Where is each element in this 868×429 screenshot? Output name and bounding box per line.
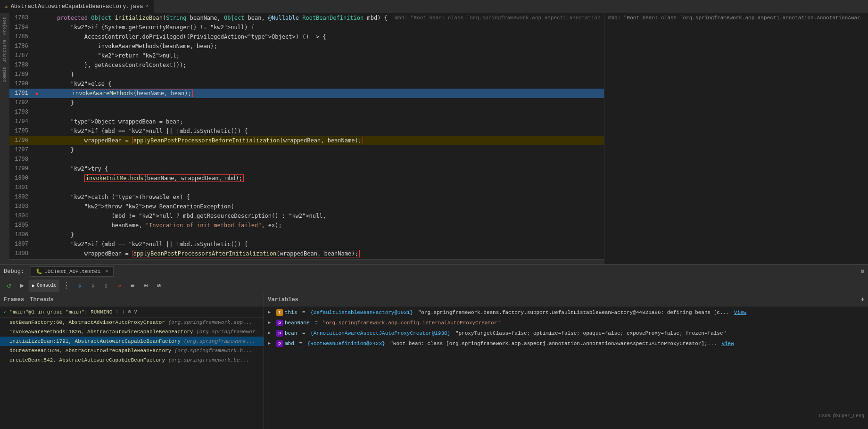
hint-cell: [388, 117, 604, 126]
frame-method: initializeBean:1791, AbstractAutowireCap…: [9, 338, 184, 344]
variable-row-beanname[interactable]: ▶ p beanName = "org.springframework.aop.…: [264, 318, 868, 328]
variable-row-mbd[interactable]: ▶ p mbd = {RootBeanDefinition@2423} "Roo…: [264, 338, 868, 349]
frame-item[interactable]: invokeAwareMethods:1826, AbstractAutowir…: [0, 327, 264, 337]
gutter-cell: [32, 155, 41, 164]
code-cell: "kw2">catch ("type">Throwable ex) {: [41, 192, 388, 202]
tab-close-button[interactable]: ×: [146, 4, 149, 9]
add-watch-button[interactable]: +: [861, 297, 864, 303]
code-cell: "kw2">return "kw2">null;: [41, 51, 388, 60]
frame-item-active[interactable]: initializeBean:1791, AbstractAutowireCap…: [0, 337, 264, 346]
step-into-button[interactable]: ⇩: [74, 280, 86, 292]
gutter-cell: [32, 32, 41, 41]
debug-label: Debug:: [4, 268, 24, 275]
gutter-cell: [32, 23, 41, 32]
hint-cell: [388, 221, 604, 230]
code-cell: [41, 107, 388, 117]
hint-cell: [388, 183, 604, 192]
hint-text: mbd: "Root bean: class [org.springframew…: [608, 15, 864, 21]
gutter-cell: [32, 107, 41, 117]
trace-button[interactable]: ≋: [153, 280, 165, 292]
view-link-this[interactable]: View: [734, 307, 746, 318]
var-eq: =: [299, 307, 308, 318]
step-out-button[interactable]: ⇧: [100, 280, 112, 292]
hint-cell: [388, 89, 604, 98]
hint-cell: mbd: "Root bean: class [org.springframew…: [388, 13, 604, 23]
horizontal-scrollbar[interactable]: [9, 259, 604, 264]
debug-toolbar: ↺ ▶ ▶ Console ⋮ ⇩ ⇩ ⇧ ↗ ≡ ⊞ ≋: [0, 278, 868, 293]
settings-icon[interactable]: ⚙: [861, 268, 864, 275]
expand-icon[interactable]: ▶: [268, 328, 274, 338]
debug-panel: Debug: 🐛 IOCTest_AOP.test01 × ⚙ ↺ ▶ ▶ Co…: [0, 264, 868, 429]
debug-session-label: IOCTest_AOP.test01: [44, 269, 100, 274]
code-cell: "kw2">try {: [41, 164, 388, 173]
variable-row-this[interactable]: ▶ t this = {DefaultListableBeanFactory@1…: [264, 307, 868, 318]
sidebar-structure-label[interactable]: Structure: [2, 38, 7, 65]
sidebar-project-label[interactable]: Project: [2, 15, 7, 37]
line-number: 1792: [9, 98, 32, 107]
resume-button[interactable]: ▶: [16, 280, 28, 292]
code-line: 1785 AccessController.doPrivileged((Priv…: [9, 32, 604, 41]
console-toggle[interactable]: ▶ Console: [29, 280, 59, 292]
code-cell: }: [41, 70, 388, 79]
left-sidebar: Project Structure Commit: [0, 13, 9, 264]
frame-method: setBeanFactory:60, AbstractAdvisorAutoPr…: [9, 320, 168, 325]
expand-icon[interactable]: ▶: [268, 318, 274, 328]
frame-pkg: (org.springframework.be...: [168, 357, 249, 363]
run-to-cursor-button[interactable]: ↗: [113, 280, 125, 292]
line-number: 1786: [9, 41, 32, 51]
step-over-button[interactable]: ⋮: [60, 280, 73, 292]
view-link-mbd[interactable]: View: [721, 338, 734, 349]
variables-label: Variables: [268, 297, 298, 303]
variable-row-bean[interactable]: ▶ p bean = {AnnotationAwareAspectJAutoPr…: [264, 328, 868, 338]
step-into-library-button[interactable]: ⇩: [87, 280, 99, 292]
boxed-code-1791: invokeAwareMethods(beanName, bean);: [71, 90, 193, 97]
code-cell: }: [41, 145, 388, 155]
thread-filter[interactable]: ⊜: [128, 308, 131, 315]
expand-icon[interactable]: ▶: [268, 307, 274, 318]
var-eq: =: [312, 318, 321, 328]
thread-dropdown[interactable]: ∨: [134, 308, 137, 315]
gutter-cell: [32, 13, 41, 23]
code-line: 1788 }, getAccessControlContext());: [9, 60, 604, 70]
line-number: 1801: [9, 183, 32, 192]
frame-list: setBeanFactory:60, AbstractAdvisorAutoPr…: [0, 318, 264, 429]
frame-item[interactable]: setBeanFactory:60, AbstractAdvisorAutoPr…: [0, 318, 264, 327]
code-cell: }: [41, 98, 388, 107]
debug-session-close[interactable]: ×: [105, 269, 108, 274]
gutter-cell: [32, 79, 41, 89]
filter-icon[interactable]: ≡: [126, 280, 139, 292]
debug-tab-bar: Debug: 🐛 IOCTest_AOP.test01 × ⚙: [0, 265, 868, 278]
frame-item[interactable]: createBean:542, AbstractAutowireCapableB…: [0, 355, 264, 365]
debug-session-tab[interactable]: 🐛 IOCTest_AOP.test01 ×: [31, 266, 113, 277]
rerun-button[interactable]: ↺: [3, 280, 15, 292]
frame-pkg: (org.springframework.b...: [196, 329, 264, 335]
code-line: 1804 (mbd != "kw2">null ? mbd.getResourc…: [9, 211, 604, 221]
frame-item[interactable]: doCreateBean:620, AbstractAutowireCapabl…: [0, 346, 264, 355]
editor-tab[interactable]: ☕ AbstractAutowireCapableBeanFactory.jav…: [0, 0, 154, 13]
hint-cell: [388, 60, 604, 70]
eval-button[interactable]: ⊞: [140, 280, 152, 292]
line-number: 1806: [9, 230, 32, 239]
code-cell: invokeAwareMethods(beanName, bean);: [41, 89, 388, 98]
tab-label: AbstractAutowireCapableBeanFactory.java: [11, 3, 143, 10]
java-file-icon: ☕: [5, 3, 8, 9]
hint-cell: [388, 211, 604, 221]
thread-nav-up[interactable]: ↑: [115, 309, 118, 315]
thread-nav-down[interactable]: ↓: [122, 309, 125, 315]
sidebar-commit-label[interactable]: Commit: [2, 65, 7, 84]
frame-method: createBean:542, AbstractAutowireCapableB…: [9, 357, 168, 363]
gutter-cell: [32, 117, 41, 126]
line-number: 1798: [9, 155, 32, 164]
hint-cell: [388, 249, 604, 258]
code-line: 1805 beanName, "Invocation of init metho…: [9, 221, 604, 230]
code-line: 1802 "kw2">catch ("type">Throwable ex) {: [9, 192, 604, 202]
code-line: 1786 invokeAwareMethods(beanName, bean);: [9, 41, 604, 51]
code-line: 1803 "kw2">throw "kw2">new BeanCreationE…: [9, 202, 604, 211]
code-scroll-area[interactable]: 1783 protected Object initializeBean(Str…: [9, 13, 604, 259]
gutter-cell: [32, 164, 41, 173]
var-value-beanname: "org.springframework.aop.config.internal…: [323, 318, 500, 328]
line-number: 1791: [9, 89, 32, 98]
line-number: 1797: [9, 145, 32, 155]
expand-icon[interactable]: ▶: [268, 338, 274, 349]
hint-cell: [388, 230, 604, 239]
